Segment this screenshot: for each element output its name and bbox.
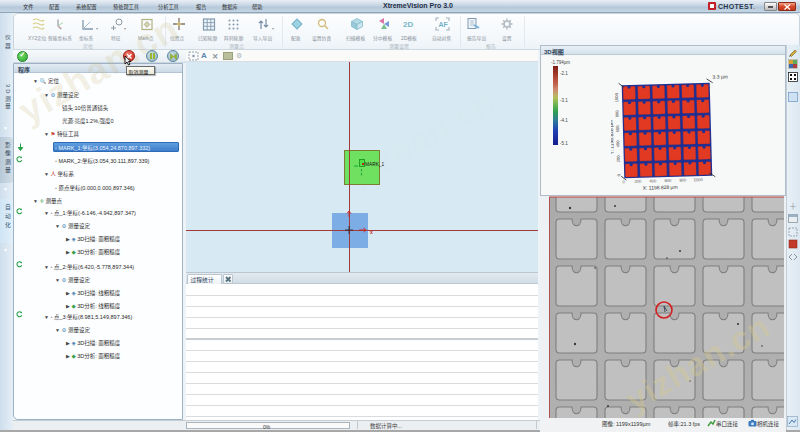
svg-text:0: 0 [622,179,625,184]
svg-text:1000: 1000 [693,177,703,182]
svg-text:200: 200 [616,155,621,163]
svg-text:200: 200 [634,179,642,184]
svg-text:3.3 µm: 3.3 µm [712,73,728,79]
svg-text:X: 1198.828 µm: X: 1198.828 µm [642,184,677,191]
svg-text:400: 400 [615,140,620,148]
svg-text:AF: AF [439,21,449,28]
svg-text:600: 600 [615,125,620,133]
svg-text:1000: 1000 [614,92,619,102]
svg-text:Y: 1198.828 µm: Y: 1198.828 µm [611,120,615,155]
svg-text:0: 0 [616,173,621,176]
svg-text:800: 800 [679,177,687,182]
svg-text:800: 800 [614,110,619,118]
svg-text:400: 400 [649,178,657,183]
svg-text:600: 600 [664,178,672,183]
